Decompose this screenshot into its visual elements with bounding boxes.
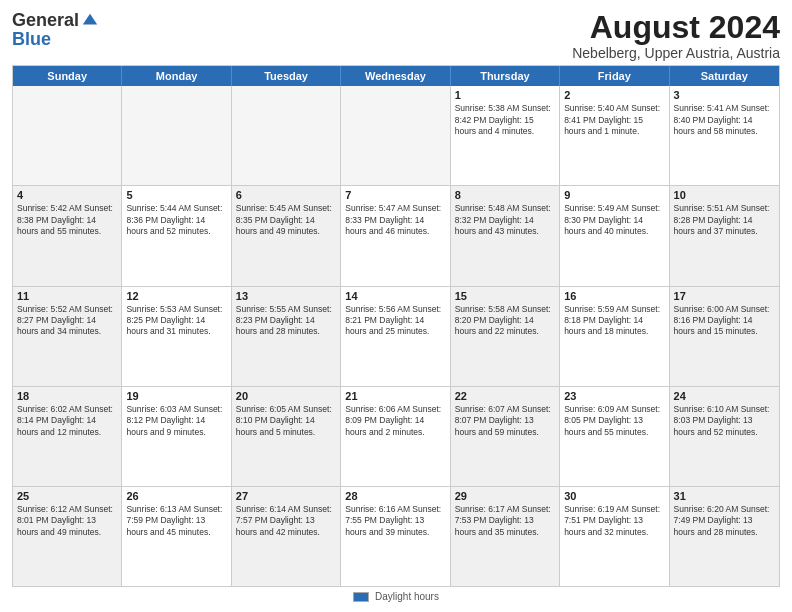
logo: General Blue: [12, 10, 99, 50]
day-number: 27: [236, 490, 336, 502]
header-cell-monday: Monday: [122, 66, 231, 86]
day-detail: Sunrise: 5:45 AM Sunset: 8:35 PM Dayligh…: [236, 203, 336, 237]
calendar-cell: [232, 86, 341, 185]
day-detail: Sunrise: 5:56 AM Sunset: 8:21 PM Dayligh…: [345, 304, 445, 338]
day-number: 7: [345, 189, 445, 201]
day-number: 12: [126, 290, 226, 302]
calendar-cell: 18Sunrise: 6:02 AM Sunset: 8:14 PM Dayli…: [13, 387, 122, 486]
svg-marker-0: [83, 13, 97, 24]
calendar-cell: 28Sunrise: 6:16 AM Sunset: 7:55 PM Dayli…: [341, 487, 450, 586]
day-detail: Sunrise: 5:59 AM Sunset: 8:18 PM Dayligh…: [564, 304, 664, 338]
calendar-cell: 3Sunrise: 5:41 AM Sunset: 8:40 PM Daylig…: [670, 86, 779, 185]
day-detail: Sunrise: 6:14 AM Sunset: 7:57 PM Dayligh…: [236, 504, 336, 538]
calendar-cell: [122, 86, 231, 185]
calendar-row-1: 1Sunrise: 5:38 AM Sunset: 8:42 PM Daylig…: [13, 86, 779, 186]
calendar-cell: 23Sunrise: 6:09 AM Sunset: 8:05 PM Dayli…: [560, 387, 669, 486]
calendar-cell: 27Sunrise: 6:14 AM Sunset: 7:57 PM Dayli…: [232, 487, 341, 586]
calendar-cell: [13, 86, 122, 185]
day-detail: Sunrise: 6:09 AM Sunset: 8:05 PM Dayligh…: [564, 404, 664, 438]
location-title: Nebelberg, Upper Austria, Austria: [572, 45, 780, 61]
day-detail: Sunrise: 6:13 AM Sunset: 7:59 PM Dayligh…: [126, 504, 226, 538]
header-cell-saturday: Saturday: [670, 66, 779, 86]
day-number: 21: [345, 390, 445, 402]
footer-label: Daylight hours: [375, 591, 439, 602]
calendar-cell: 31Sunrise: 6:20 AM Sunset: 7:49 PM Dayli…: [670, 487, 779, 586]
day-detail: Sunrise: 5:52 AM Sunset: 8:27 PM Dayligh…: [17, 304, 117, 338]
day-number: 25: [17, 490, 117, 502]
calendar-row-4: 18Sunrise: 6:02 AM Sunset: 8:14 PM Dayli…: [13, 387, 779, 487]
day-number: 5: [126, 189, 226, 201]
day-number: 9: [564, 189, 664, 201]
day-detail: Sunrise: 6:06 AM Sunset: 8:09 PM Dayligh…: [345, 404, 445, 438]
day-detail: Sunrise: 5:38 AM Sunset: 8:42 PM Dayligh…: [455, 103, 555, 137]
calendar-cell: 21Sunrise: 6:06 AM Sunset: 8:09 PM Dayli…: [341, 387, 450, 486]
day-detail: Sunrise: 6:02 AM Sunset: 8:14 PM Dayligh…: [17, 404, 117, 438]
calendar-cell: 1Sunrise: 5:38 AM Sunset: 8:42 PM Daylig…: [451, 86, 560, 185]
calendar-cell: 5Sunrise: 5:44 AM Sunset: 8:36 PM Daylig…: [122, 186, 231, 285]
day-detail: Sunrise: 6:19 AM Sunset: 7:51 PM Dayligh…: [564, 504, 664, 538]
day-number: 31: [674, 490, 775, 502]
day-detail: Sunrise: 5:47 AM Sunset: 8:33 PM Dayligh…: [345, 203, 445, 237]
day-detail: Sunrise: 6:17 AM Sunset: 7:53 PM Dayligh…: [455, 504, 555, 538]
day-detail: Sunrise: 6:16 AM Sunset: 7:55 PM Dayligh…: [345, 504, 445, 538]
day-detail: Sunrise: 5:48 AM Sunset: 8:32 PM Dayligh…: [455, 203, 555, 237]
day-number: 19: [126, 390, 226, 402]
day-number: 29: [455, 490, 555, 502]
day-number: 4: [17, 189, 117, 201]
day-number: 24: [674, 390, 775, 402]
logo-text: General: [12, 10, 99, 31]
header-cell-tuesday: Tuesday: [232, 66, 341, 86]
day-number: 30: [564, 490, 664, 502]
header-cell-wednesday: Wednesday: [341, 66, 450, 86]
day-detail: Sunrise: 6:03 AM Sunset: 8:12 PM Dayligh…: [126, 404, 226, 438]
day-detail: Sunrise: 5:58 AM Sunset: 8:20 PM Dayligh…: [455, 304, 555, 338]
day-number: 8: [455, 189, 555, 201]
day-detail: Sunrise: 6:20 AM Sunset: 7:49 PM Dayligh…: [674, 504, 775, 538]
day-detail: Sunrise: 5:55 AM Sunset: 8:23 PM Dayligh…: [236, 304, 336, 338]
title-block: August 2024 Nebelberg, Upper Austria, Au…: [572, 10, 780, 61]
header-cell-sunday: Sunday: [13, 66, 122, 86]
calendar-cell: 15Sunrise: 5:58 AM Sunset: 8:20 PM Dayli…: [451, 287, 560, 386]
logo-general: General: [12, 10, 79, 31]
calendar-cell: 14Sunrise: 5:56 AM Sunset: 8:21 PM Dayli…: [341, 287, 450, 386]
calendar-cell: 7Sunrise: 5:47 AM Sunset: 8:33 PM Daylig…: [341, 186, 450, 285]
day-number: 22: [455, 390, 555, 402]
day-detail: Sunrise: 6:12 AM Sunset: 8:01 PM Dayligh…: [17, 504, 117, 538]
day-number: 11: [17, 290, 117, 302]
day-number: 15: [455, 290, 555, 302]
calendar-cell: 20Sunrise: 6:05 AM Sunset: 8:10 PM Dayli…: [232, 387, 341, 486]
day-number: 6: [236, 189, 336, 201]
day-detail: Sunrise: 6:05 AM Sunset: 8:10 PM Dayligh…: [236, 404, 336, 438]
day-number: 26: [126, 490, 226, 502]
day-detail: Sunrise: 5:49 AM Sunset: 8:30 PM Dayligh…: [564, 203, 664, 237]
day-number: 23: [564, 390, 664, 402]
calendar-cell: 24Sunrise: 6:10 AM Sunset: 8:03 PM Dayli…: [670, 387, 779, 486]
day-number: 2: [564, 89, 664, 101]
day-number: 3: [674, 89, 775, 101]
calendar-row-2: 4Sunrise: 5:42 AM Sunset: 8:38 PM Daylig…: [13, 186, 779, 286]
day-detail: Sunrise: 5:42 AM Sunset: 8:38 PM Dayligh…: [17, 203, 117, 237]
calendar-cell: 11Sunrise: 5:52 AM Sunset: 8:27 PM Dayli…: [13, 287, 122, 386]
day-detail: Sunrise: 6:07 AM Sunset: 8:07 PM Dayligh…: [455, 404, 555, 438]
calendar-cell: 30Sunrise: 6:19 AM Sunset: 7:51 PM Dayli…: [560, 487, 669, 586]
calendar-header: SundayMondayTuesdayWednesdayThursdayFrid…: [13, 66, 779, 86]
day-detail: Sunrise: 5:51 AM Sunset: 8:28 PM Dayligh…: [674, 203, 775, 237]
footer-swatch: [353, 592, 369, 602]
calendar-cell: [341, 86, 450, 185]
day-number: 28: [345, 490, 445, 502]
calendar-cell: 4Sunrise: 5:42 AM Sunset: 8:38 PM Daylig…: [13, 186, 122, 285]
logo-icon: [81, 12, 99, 30]
calendar-cell: 13Sunrise: 5:55 AM Sunset: 8:23 PM Dayli…: [232, 287, 341, 386]
day-number: 16: [564, 290, 664, 302]
page: General Blue August 2024 Nebelberg, Uppe…: [0, 0, 792, 612]
logo-blue-text: Blue: [12, 29, 51, 50]
day-detail: Sunrise: 6:00 AM Sunset: 8:16 PM Dayligh…: [674, 304, 775, 338]
calendar-cell: 19Sunrise: 6:03 AM Sunset: 8:12 PM Dayli…: [122, 387, 231, 486]
day-detail: Sunrise: 5:44 AM Sunset: 8:36 PM Dayligh…: [126, 203, 226, 237]
day-detail: Sunrise: 6:10 AM Sunset: 8:03 PM Dayligh…: [674, 404, 775, 438]
month-title: August 2024: [572, 10, 780, 45]
day-number: 1: [455, 89, 555, 101]
day-detail: Sunrise: 5:53 AM Sunset: 8:25 PM Dayligh…: [126, 304, 226, 338]
day-number: 17: [674, 290, 775, 302]
footer: Daylight hours: [12, 587, 780, 604]
